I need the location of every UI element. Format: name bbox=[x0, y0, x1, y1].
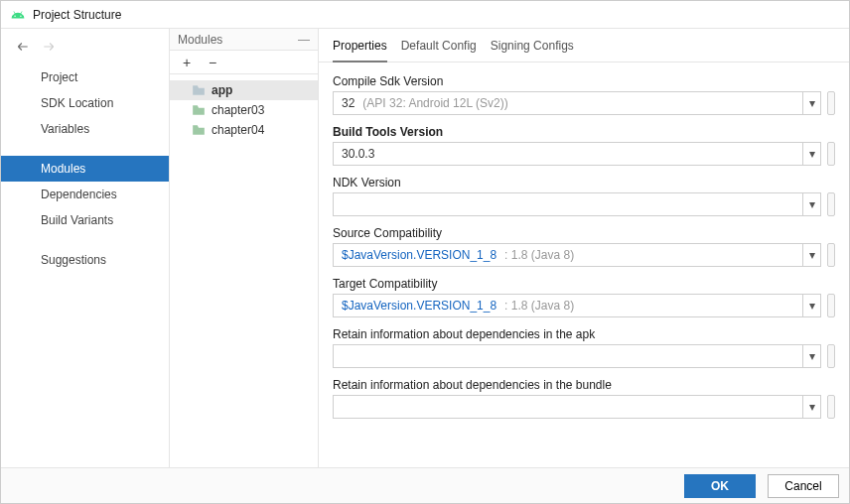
chevron-down-icon[interactable]: ▾ bbox=[802, 396, 820, 418]
combo-value-primary: 30.0.3 bbox=[342, 147, 374, 161]
sidebar-spacer bbox=[1, 142, 169, 156]
tab-signing-configs[interactable]: Signing Configs bbox=[491, 39, 574, 63]
field-retain_apk: Retain information about dependencies in… bbox=[333, 327, 835, 368]
module-item-chapter04[interactable]: chapter04 bbox=[170, 120, 318, 140]
compile_sdk-combo[interactable]: 32(API 32: Android 12L (Sv2))▾ bbox=[333, 91, 821, 115]
combo-value-secondary: (API 32: Android 12L (Sv2)) bbox=[362, 96, 507, 110]
modules-toolbar: + − bbox=[170, 51, 318, 74]
field-build_tools: Build Tools Version30.0.3▾ bbox=[333, 125, 835, 166]
chevron-down-icon[interactable]: ▾ bbox=[802, 92, 820, 114]
ndk_version-combo[interactable]: ▾ bbox=[333, 192, 821, 216]
source_compat-combo[interactable]: $JavaVersion.VERSION_1_8: 1.8 (Java 8)▾ bbox=[333, 243, 821, 267]
combo-value-primary: 32 bbox=[342, 96, 354, 110]
field-label: NDK Version bbox=[333, 176, 835, 189]
button-bar: OK Cancel bbox=[1, 467, 849, 503]
field-retain_bundle: Retain information about dependencies in… bbox=[333, 378, 835, 419]
sidebar-panel: Project SDK Location Variables Modules D… bbox=[1, 29, 170, 467]
chevron-down-icon[interactable]: ▾ bbox=[802, 244, 820, 266]
chevron-down-icon[interactable]: ▾ bbox=[802, 295, 820, 316]
sidebar-item-project[interactable]: Project bbox=[1, 64, 169, 90]
field-row: $JavaVersion.VERSION_1_8: 1.8 (Java 8)▾ bbox=[333, 294, 835, 317]
cancel-button[interactable]: Cancel bbox=[768, 474, 839, 498]
sidebar-menu: Project SDK Location Variables Modules D… bbox=[1, 64, 169, 273]
module-label: chapter04 bbox=[212, 123, 264, 137]
sidebar-spacer-2 bbox=[1, 233, 169, 247]
chevron-down-icon[interactable]: ▾ bbox=[802, 143, 820, 165]
android-icon bbox=[11, 8, 25, 22]
field-row: 32(API 32: Android 12L (Sv2))▾ bbox=[333, 91, 835, 115]
field-row: 30.0.3▾ bbox=[333, 142, 835, 166]
form-area: Compile Sdk Version32(API 32: Android 12… bbox=[319, 63, 849, 467]
field-row: ▾ bbox=[333, 192, 835, 216]
ok-button[interactable]: OK bbox=[684, 474, 756, 498]
field-row: $JavaVersion.VERSION_1_8: 1.8 (Java 8)▾ bbox=[333, 243, 835, 267]
project-structure-dialog: Project Structure Project SDK Location V… bbox=[0, 0, 850, 504]
module-tree: app chapter03 chapter04 bbox=[170, 74, 318, 146]
modules-panel: Modules — + − app chapter03 bbox=[170, 29, 319, 467]
field-row: ▾ bbox=[333, 344, 835, 368]
combo-value-primary: $JavaVersion.VERSION_1_8 bbox=[342, 299, 496, 313]
sidebar-item-dependencies[interactable]: Dependencies bbox=[1, 182, 169, 207]
remove-module-button[interactable]: − bbox=[206, 56, 219, 69]
titlebar: Project Structure bbox=[1, 1, 849, 29]
field-source_compat: Source Compatibility$JavaVersion.VERSION… bbox=[333, 226, 835, 267]
tab-default-config[interactable]: Default Config bbox=[401, 39, 477, 63]
field-label: Build Tools Version bbox=[333, 125, 835, 139]
dialog-body: Project SDK Location Variables Modules D… bbox=[1, 29, 849, 467]
field-label: Retain information about dependencies in… bbox=[333, 378, 835, 392]
sidebar-item-variables[interactable]: Variables bbox=[1, 116, 169, 142]
field-label: Compile Sdk Version bbox=[333, 74, 835, 88]
back-button[interactable] bbox=[15, 39, 31, 55]
field-row: ▾ bbox=[333, 395, 835, 419]
combo-value: 30.0.3 bbox=[342, 147, 374, 161]
variable-picker-button[interactable] bbox=[827, 142, 835, 166]
combo-value: $JavaVersion.VERSION_1_8: 1.8 (Java 8) bbox=[342, 248, 574, 262]
variable-picker-button[interactable] bbox=[827, 395, 835, 419]
properties-panel: Properties Default Config Signing Config… bbox=[319, 29, 849, 467]
module-item-app[interactable]: app bbox=[170, 80, 318, 100]
combo-value-primary: $JavaVersion.VERSION_1_8 bbox=[342, 248, 496, 262]
modules-panel-header: Modules — bbox=[170, 29, 318, 51]
folder-icon bbox=[192, 124, 206, 136]
target_compat-combo[interactable]: $JavaVersion.VERSION_1_8: 1.8 (Java 8)▾ bbox=[333, 294, 821, 317]
variable-picker-button[interactable] bbox=[827, 91, 835, 115]
collapse-icon[interactable]: — bbox=[298, 33, 310, 47]
module-label: app bbox=[212, 83, 232, 97]
tab-bar: Properties Default Config Signing Config… bbox=[319, 29, 849, 63]
add-module-button[interactable]: + bbox=[180, 56, 194, 69]
field-compile_sdk: Compile Sdk Version32(API 32: Android 12… bbox=[333, 74, 835, 115]
module-item-chapter03[interactable]: chapter03 bbox=[170, 100, 318, 120]
field-label: Retain information about dependencies in… bbox=[333, 327, 835, 341]
sidebar-item-build-variants[interactable]: Build Variants bbox=[1, 207, 169, 233]
window-title: Project Structure bbox=[33, 8, 121, 22]
retain_bundle-combo[interactable]: ▾ bbox=[333, 395, 821, 419]
field-target_compat: Target Compatibility$JavaVersion.VERSION… bbox=[333, 277, 835, 317]
combo-value: $JavaVersion.VERSION_1_8: 1.8 (Java 8) bbox=[342, 299, 574, 313]
folder-icon bbox=[192, 84, 206, 96]
variable-picker-button[interactable] bbox=[827, 243, 835, 267]
field-label: Source Compatibility bbox=[333, 226, 835, 240]
tab-properties[interactable]: Properties bbox=[333, 39, 387, 63]
sidebar-item-sdk-location[interactable]: SDK Location bbox=[1, 90, 169, 116]
combo-value-secondary: : 1.8 (Java 8) bbox=[504, 248, 574, 262]
variable-picker-button[interactable] bbox=[827, 294, 835, 317]
sidebar-item-modules[interactable]: Modules bbox=[1, 156, 169, 182]
module-label: chapter03 bbox=[212, 103, 264, 117]
retain_apk-combo[interactable]: ▾ bbox=[333, 344, 821, 368]
combo-value-secondary: : 1.8 (Java 8) bbox=[504, 299, 574, 313]
sidebar-item-suggestions[interactable]: Suggestions bbox=[1, 247, 169, 273]
modules-panel-title: Modules bbox=[178, 33, 222, 47]
variable-picker-button[interactable] bbox=[827, 192, 835, 216]
field-ndk_version: NDK Version▾ bbox=[333, 176, 835, 216]
variable-picker-button[interactable] bbox=[827, 344, 835, 368]
folder-icon bbox=[192, 104, 206, 116]
nav-header bbox=[1, 29, 169, 64]
build_tools-combo[interactable]: 30.0.3▾ bbox=[333, 142, 821, 166]
forward-button[interactable] bbox=[41, 39, 57, 55]
combo-value: 32(API 32: Android 12L (Sv2)) bbox=[342, 96, 508, 110]
chevron-down-icon[interactable]: ▾ bbox=[802, 345, 820, 367]
field-label: Target Compatibility bbox=[333, 277, 835, 291]
chevron-down-icon[interactable]: ▾ bbox=[802, 193, 820, 215]
